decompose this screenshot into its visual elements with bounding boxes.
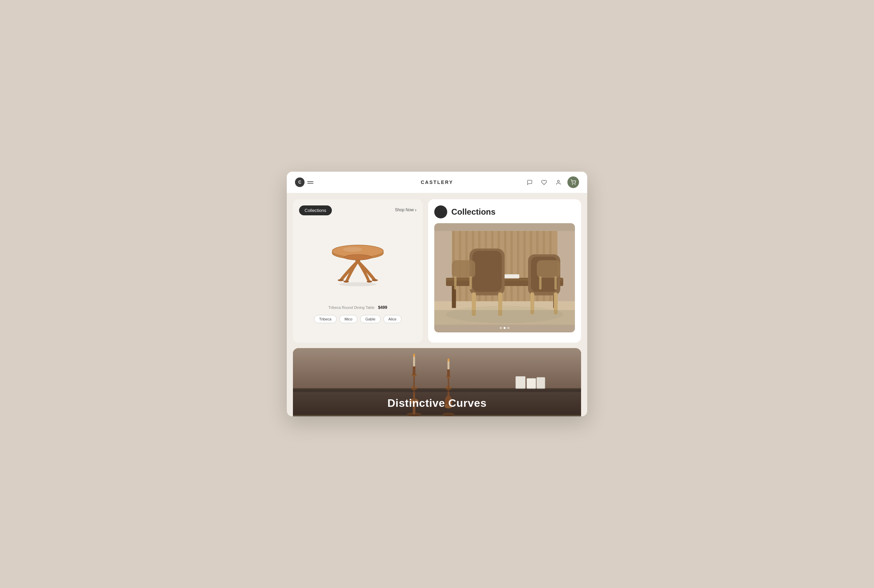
svg-point-9 [367,280,372,283]
dining-scene-svg [434,223,575,332]
indicator-dots [500,327,509,329]
product-info: Tribeca Round Dining Table $499 [299,304,416,310]
svg-rect-55 [434,310,575,324]
chat-button[interactable] [524,177,535,188]
dot-1[interactable] [500,327,502,329]
svg-rect-80 [537,378,545,389]
cart-button[interactable] [568,176,579,188]
menu-icon[interactable] [307,181,314,184]
svg-rect-64 [413,376,415,388]
tag-mico[interactable]: Mico [339,315,357,323]
account-button[interactable] [553,177,563,188]
svg-rect-50 [537,260,560,278]
nav-left: C [295,177,314,187]
svg-point-7 [372,279,378,281]
svg-point-11 [343,247,362,252]
svg-rect-67 [413,356,415,366]
tag-tribeca[interactable]: Tribeca [314,315,336,323]
svg-rect-76 [448,361,450,370]
collection-tags: Tribeca Mico Gable Alice [299,315,416,323]
svg-rect-79 [527,378,536,389]
brand-logo: C [295,177,305,187]
main-content: Collections Shop Now [287,193,587,343]
svg-rect-42 [473,251,502,292]
svg-rect-52 [469,276,472,290]
svg-rect-49 [452,260,476,278]
svg-rect-73 [448,378,449,388]
product-name: Tribeca Round Dining Table [329,305,374,309]
svg-point-77 [448,358,450,362]
dot-2[interactable] [503,327,506,329]
nav-right [524,176,579,188]
svg-rect-81 [293,388,581,392]
svg-rect-78 [515,376,526,389]
right-card-header: Collections [434,206,575,218]
svg-point-6 [338,279,344,281]
tag-gable[interactable]: Gable [360,315,380,323]
left-product-card: Collections Shop Now [293,199,423,343]
dot-3[interactable] [507,327,509,329]
svg-rect-51 [454,276,457,290]
svg-point-8 [344,280,349,283]
svg-point-0 [557,180,559,182]
svg-rect-54 [554,276,557,290]
collections-title: Collections [451,207,496,217]
svg-rect-75 [447,369,450,377]
brand-name: CASTLERY [420,180,453,185]
svg-rect-53 [539,276,542,290]
right-collections-card: Collections [428,199,581,343]
product-image [299,219,416,301]
svg-point-68 [413,354,415,357]
browser-window: C CASTLERY Collections [287,172,587,416]
product-price: $499 [378,305,387,310]
svg-point-69 [443,412,454,416]
collections-badge: Collections [299,206,332,215]
bottom-banner: Distinctive Curves [293,348,581,416]
navigation: C CASTLERY [287,172,587,193]
dining-image [434,223,575,332]
banner-heading: Distinctive Curves [293,397,581,410]
svg-point-12 [339,282,377,286]
svg-point-10 [344,255,371,260]
svg-rect-66 [413,366,416,375]
table-illustration [320,222,395,297]
shop-now-link[interactable]: Shop Now [395,207,416,213]
collections-icon [434,206,447,218]
tag-alice[interactable]: Alice [383,315,402,323]
wishlist-button[interactable] [539,177,549,188]
